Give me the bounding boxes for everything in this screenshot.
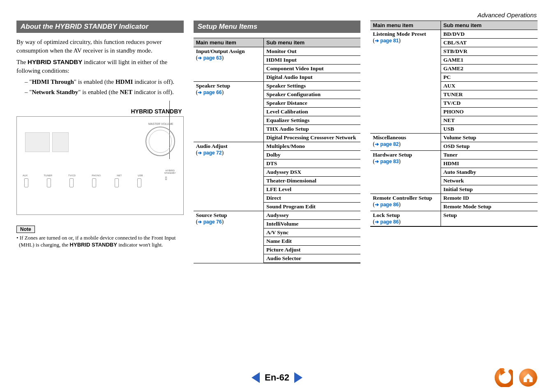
main-menu-label: Audio Adjust <box>196 143 228 149</box>
panel-button-icon <box>137 178 141 187</box>
page-link[interactable]: ➔ page 66 <box>198 90 222 95</box>
panel-button-icon <box>115 178 119 187</box>
table-row: Lock Setup(➔ page 86)Setup <box>370 211 538 227</box>
main-menu-label: Speaker Setup <box>196 83 230 89</box>
sub-menu-cell: LFE Level <box>263 185 360 194</box>
home-button[interactable] <box>519 368 538 387</box>
sub-menu-cell: AUX <box>441 82 538 90</box>
sub-menu-cell: Audyssey <box>263 211 360 220</box>
main-menu-label: Input/Output Assign <box>196 48 245 54</box>
main-menu-label: Lock Setup <box>373 212 400 218</box>
setup-menu-table-1: Main menu item Sub menu item Input/Outpu… <box>194 38 361 263</box>
page-number: En-62 <box>265 372 289 383</box>
sub-menu-cell: Tuner <box>441 151 538 159</box>
panel-btn-label: PHONO <box>92 174 101 177</box>
section-bar-setup-menu: Setup Menu Items <box>194 21 361 33</box>
page-link[interactable]: ➔ page 86 <box>375 202 399 208</box>
page-link[interactable]: ➔ page 72 <box>198 150 222 156</box>
prev-page-button[interactable] <box>252 372 260 383</box>
table-header-sub: Sub menu item <box>263 38 360 47</box>
panel-button-icon <box>24 178 28 187</box>
main-menu-label: Miscellaneous <box>373 134 406 141</box>
sub-menu-cell: Volume Setup <box>441 134 538 142</box>
main-menu-cell: Source Setup(➔ page 76) <box>194 211 264 263</box>
text-bold: HDMI Through <box>32 78 74 85</box>
display-area-icon <box>25 132 120 156</box>
sub-menu-cell: OSD Setup <box>441 142 538 151</box>
sub-menu-cell: Speaker Distance <box>263 99 360 108</box>
sub-menu-cell: HDMI <box>441 159 538 168</box>
text-bold: HYBRID STANDBY <box>28 58 82 65</box>
text: indicator won't light. <box>117 242 163 248</box>
text: " is enabled (the <box>78 89 120 95</box>
back-button[interactable] <box>494 368 513 387</box>
paragraph-intro: By way of optimized circuitry, this func… <box>16 38 184 55</box>
panel-button-icon <box>47 178 51 187</box>
column-left: About the HYBRID STANDBY Indicator By wa… <box>16 21 184 263</box>
sub-menu-cell: Theater-Dimensional <box>263 177 360 185</box>
sub-menu-cell: TV/CD <box>441 99 538 108</box>
panel-button-icon <box>69 178 74 187</box>
text: The <box>16 59 28 65</box>
main-menu-cell: Input/Output Assign(➔ page 63) <box>194 47 264 82</box>
setup-menu-table-2: Main menu item Sub menu item Listening M… <box>370 21 538 227</box>
main-menu-cell: Remote Controller Setup(➔ page 86) <box>370 194 441 211</box>
table-row: Audio Adjust(➔ page 72)Multiplex/Mono <box>194 142 361 151</box>
table-row: Input/Output Assign(➔ page 63)Monitor Ou… <box>194 47 361 56</box>
text-bold: HDMI <box>115 78 133 85</box>
main-menu-cell: Lock Setup(➔ page 86) <box>370 211 441 227</box>
panel-buttons <box>24 178 141 187</box>
column-right: Main menu item Sub menu item Listening M… <box>370 21 538 263</box>
standby-led-icon <box>165 177 167 180</box>
table-header-main: Main menu item <box>370 21 441 30</box>
page-link[interactable]: ➔ page 82 <box>375 141 399 147</box>
sub-menu-cell: Speaker Configuration <box>263 90 360 99</box>
page-link[interactable]: ➔ page 63 <box>198 55 222 61</box>
sub-menu-cell: Multiplex/Mono <box>263 142 360 151</box>
table-row: Listening Mode Preset(➔ page 81)BD/DVD <box>370 30 538 39</box>
table-row: Remote Controller Setup(➔ page 86)Remote… <box>370 194 538 203</box>
panel-btn-label: NET <box>117 174 122 177</box>
section-bar-hybrid-standby: About the HYBRID STANDBY Indicator <box>16 21 184 33</box>
sub-menu-cell: Network <box>441 177 538 185</box>
sub-menu-cell: Audio Selector <box>263 254 360 263</box>
panel-btn-label: TV/CD <box>68 174 76 177</box>
text-bold: Network Standby <box>32 89 78 95</box>
sub-menu-cell: IntelliVolume <box>263 220 360 228</box>
sub-menu-cell: Dolby <box>263 151 360 159</box>
table-row: Miscellaneous(➔ page 82)Volume Setup <box>370 134 538 142</box>
text-bold: HYBRID STANDBY <box>70 242 117 248</box>
header-section-title: Advanced Operations <box>478 12 537 18</box>
main-menu-label: Source Setup <box>196 212 227 218</box>
table-header-main: Main menu item <box>194 38 264 47</box>
next-page-button[interactable] <box>294 372 302 383</box>
hybrid-standby-caption: HYBRID STANDBY <box>16 108 184 115</box>
page-link[interactable]: ➔ page 83 <box>375 159 399 164</box>
sub-menu-cell: NET <box>441 116 538 125</box>
page-link[interactable]: ➔ page 81 <box>375 38 399 44</box>
sub-menu-cell: Remote Mode Setup <box>441 203 538 211</box>
sub-menu-cell: Picture Adjust <box>263 246 360 254</box>
column-middle: Setup Menu Items Main menu item Sub menu… <box>194 21 361 263</box>
volume-knob-icon <box>145 127 175 156</box>
sub-menu-cell: Setup <box>441 211 538 227</box>
sub-menu-cell: TUNER <box>441 90 538 99</box>
list-item: "Network Standby" is enabled (the NET in… <box>25 88 184 97</box>
sub-menu-cell: Remote ID <box>441 194 538 203</box>
sub-menu-cell: PC <box>441 73 538 82</box>
page-link[interactable]: ➔ page 76 <box>198 219 222 225</box>
table-header-sub: Sub menu item <box>441 21 538 30</box>
sub-menu-cell: Audyssey DSX <box>263 168 360 177</box>
main-menu-cell: Speaker Setup(➔ page 66) <box>194 82 264 142</box>
sub-menu-cell: HDMI Input <box>263 56 360 65</box>
main-menu-cell: Listening Mode Preset(➔ page 81) <box>370 30 441 134</box>
text: indicator is off). <box>133 78 174 85</box>
page-link[interactable]: ➔ page 86 <box>375 219 399 225</box>
sub-menu-cell: Component Video Input <box>263 65 360 73</box>
sub-menu-cell: GAME2 <box>441 65 538 73</box>
text: indicator is off). <box>132 89 174 95</box>
table-row: Speaker Setup(➔ page 66)Speaker Settings <box>194 82 361 90</box>
note-label: Note <box>16 226 35 233</box>
sub-menu-cell: GAME1 <box>441 56 538 65</box>
table-row: Hardware Setup(➔ page 83)Tuner <box>370 151 538 159</box>
